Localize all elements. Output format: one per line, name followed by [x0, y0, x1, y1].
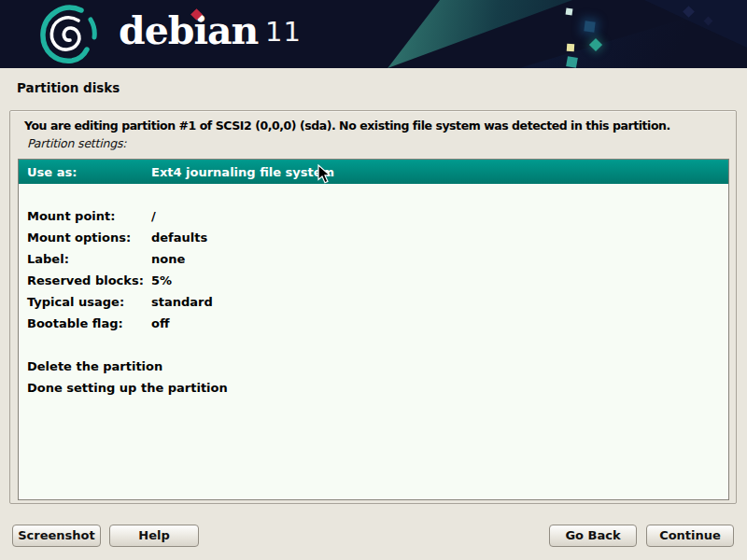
list-item-value: Ext4 journaling file system: [151, 165, 334, 179]
list-item[interactable]: Mount point:/: [19, 205, 728, 227]
go-back-button[interactable]: Go Back: [549, 525, 637, 547]
help-button[interactable]: Help: [109, 525, 199, 547]
list-item[interactable]: Bootable flag:off: [19, 313, 728, 334]
banner-art-square-blue: [584, 21, 595, 32]
list-item: [19, 334, 728, 356]
list-item-value: none: [151, 252, 185, 266]
list-item-label: Use as:: [19, 165, 151, 179]
banner-art-square-cyan: [566, 8, 573, 16]
partition-settings-list[interactable]: Use as:Ext4 journaling file systemMount …: [18, 159, 729, 500]
partition-settings-caption: Partition settings:: [27, 136, 126, 150]
page-title: Partition disks: [17, 80, 120, 95]
list-item[interactable]: Label:none: [19, 248, 728, 270]
content-frame: You are editing partition #1 of SCSI2 (0…: [9, 110, 737, 504]
banner-art-triangle-teal: [372, 0, 572, 68]
brand-wordmark: debian: [119, 8, 258, 53]
list-item-label: Reserved blocks:: [19, 273, 151, 287]
list-item[interactable]: Mount options:defaults: [19, 227, 728, 248]
installer-banner: debian 11: [0, 0, 747, 68]
list-item-label: Mount point:: [19, 209, 151, 223]
list-item-value: off: [151, 316, 169, 330]
question-text: You are editing partition #1 of SCSI2 (0…: [24, 119, 670, 133]
installer-window: debian 11 Partition disks You are editin…: [0, 0, 747, 560]
list-item-value: standard: [151, 295, 213, 309]
banner-art-square-teal: [566, 56, 578, 68]
continue-button[interactable]: Continue: [646, 525, 734, 547]
list-item: [19, 184, 728, 205]
list-item-value: 5%: [151, 273, 172, 287]
list-item-label: Label:: [19, 252, 151, 266]
list-item[interactable]: Use as:Ext4 journaling file system: [19, 160, 728, 184]
list-item[interactable]: Reserved blocks:5%: [19, 270, 728, 291]
list-item-value: defaults: [151, 231, 207, 245]
list-item[interactable]: Delete the partition: [19, 356, 728, 377]
brand-version: 11: [265, 16, 302, 48]
list-item-label: Done setting up the partition: [19, 381, 151, 395]
screenshot-button[interactable]: Screenshot: [12, 525, 101, 547]
list-item-label: Bootable flag:: [19, 316, 151, 330]
debian-swirl-icon: [39, 5, 97, 64]
list-item[interactable]: Typical usage:standard: [19, 291, 728, 313]
list-item-value: /: [151, 209, 156, 223]
list-item[interactable]: Done setting up the partition: [19, 377, 728, 399]
list-item-label: Mount options:: [19, 231, 151, 245]
list-item-label: Typical usage:: [19, 295, 151, 309]
banner-art-square-yellow: [567, 44, 575, 52]
list-item-label: Delete the partition: [19, 359, 151, 373]
